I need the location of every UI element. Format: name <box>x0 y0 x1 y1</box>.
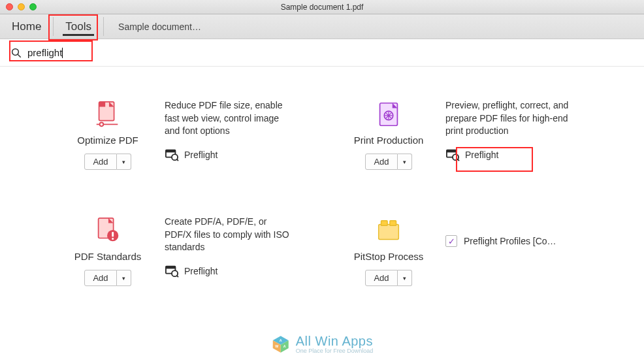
svg-text:A: A <box>280 338 282 342</box>
watermark-text: All Win Apps <box>296 334 374 349</box>
tool-print-production: Print Production Add ▾ Preview, prefligh… <box>346 99 575 170</box>
svg-rect-21 <box>166 267 176 269</box>
svg-rect-18 <box>112 232 114 237</box>
svg-rect-26 <box>390 221 396 226</box>
print-production-icon[interactable] <box>374 99 404 129</box>
svg-text:W: W <box>275 344 278 348</box>
cube-icon: A W A <box>271 334 291 354</box>
titlebar: Sample document 1.pdf <box>0 0 644 14</box>
svg-rect-7 <box>166 150 176 153</box>
add-dropdown-button[interactable]: ▾ <box>398 270 412 286</box>
preflight-link[interactable]: Preflight <box>165 265 294 278</box>
tab-home[interactable]: Home <box>0 14 53 39</box>
text-cursor-icon <box>62 48 63 58</box>
tool-right: Preview, preflight, correct, and prepare… <box>445 99 575 170</box>
watermark: A W A All Win Apps One Place for Free Do… <box>271 334 374 354</box>
add-dropdown-button[interactable]: ▾ <box>117 270 131 286</box>
add-button[interactable]: Add <box>84 154 116 170</box>
preflight-link[interactable]: Preflight <box>445 148 575 161</box>
tool-pitstop-process: PitStop Process Add ▾ ✓ Preflight Profil… <box>346 216 575 286</box>
add-button[interactable]: Add <box>365 270 397 286</box>
preflight-icon <box>445 148 460 161</box>
preflight-label: Preflight <box>184 150 217 160</box>
tab-document[interactable]: Sample document… <box>104 14 216 39</box>
optimize-pdf-icon[interactable] <box>93 99 123 129</box>
add-dropdown-button[interactable]: ▾ <box>398 154 412 170</box>
svg-point-0 <box>12 48 19 55</box>
window-title: Sample document 1.pdf <box>0 3 644 12</box>
svg-line-23 <box>176 275 178 277</box>
tool-left: PDF Standards Add ▾ <box>65 216 150 286</box>
search-icon <box>10 47 22 59</box>
add-button-group: Add ▾ <box>365 270 411 286</box>
svg-line-15 <box>457 159 459 161</box>
preflight-label: Preflight <box>184 266 217 276</box>
tool-left: Print Production Add ▾ <box>346 99 431 170</box>
tool-right: ✓ Preflight Profiles [Co… <box>445 216 575 286</box>
add-button-group: Add ▾ <box>365 154 411 170</box>
tool-left: Optimize PDF Add ▾ <box>65 99 150 170</box>
main-toolbar: Home Tools Sample document… <box>0 14 644 39</box>
svg-rect-24 <box>379 224 399 239</box>
add-button[interactable]: Add <box>365 154 397 170</box>
watermark-subtext: One Place for Free Download <box>296 348 374 354</box>
add-button[interactable]: Add <box>84 270 116 286</box>
tab-document-label: Sample document… <box>118 22 201 32</box>
tool-title: Print Production <box>346 135 431 146</box>
add-dropdown-button[interactable]: ▾ <box>117 154 131 170</box>
tool-description: Reduce PDF file size, enable fast web vi… <box>165 99 294 138</box>
preflight-profiles-link[interactable]: ✓ Preflight Profiles [Co… <box>445 235 575 247</box>
preflight-label: Preflight <box>465 150 498 160</box>
svg-rect-3 <box>99 102 106 107</box>
preflight-icon <box>165 265 179 278</box>
svg-line-1 <box>18 54 21 57</box>
preflight-link[interactable]: Preflight <box>165 148 294 161</box>
tool-description: Preview, preflight, correct, and prepare… <box>445 99 575 138</box>
tab-tools-label: Tools <box>65 20 91 33</box>
search-bar: preflight <box>0 39 644 67</box>
tool-right: Reduce PDF file size, enable fast web vi… <box>165 99 294 170</box>
tool-title: Optimize PDF <box>65 135 150 146</box>
svg-rect-13 <box>447 150 457 153</box>
add-button-group: Add ▾ <box>84 154 131 170</box>
tool-left: PitStop Process Add ▾ <box>346 216 431 286</box>
svg-line-9 <box>176 159 178 161</box>
tool-optimize-pdf: Optimize PDF Add ▾ Reduce PDF file size,… <box>65 99 294 170</box>
tab-underline <box>63 34 94 36</box>
tool-title: PDF Standards <box>65 251 150 262</box>
svg-rect-25 <box>381 221 388 226</box>
svg-point-5 <box>100 122 104 126</box>
search-value[interactable]: preflight <box>27 47 62 58</box>
tab-tools[interactable]: Tools <box>54 14 103 39</box>
preflight-profiles-label: Preflight Profiles [Co… <box>464 236 556 246</box>
tool-right: Create PDF/A, PDF/E, or PDF/X files to c… <box>165 216 294 286</box>
tab-home-label: Home <box>12 20 41 33</box>
pitstop-process-icon[interactable] <box>374 216 404 246</box>
tools-grid: Optimize PDF Add ▾ Reduce PDF file size,… <box>0 67 644 299</box>
tool-description: Create PDF/A, PDF/E, or PDF/X files to c… <box>165 216 294 254</box>
tool-pdf-standards: PDF Standards Add ▾ Create PDF/A, PDF/E,… <box>65 216 294 286</box>
svg-point-19 <box>112 238 114 240</box>
svg-text:A: A <box>283 344 286 348</box>
add-button-group: Add ▾ <box>84 270 131 286</box>
pdf-standards-icon[interactable] <box>93 216 123 246</box>
preflight-icon <box>165 148 179 161</box>
tool-title: PitStop Process <box>346 251 431 262</box>
watermark-text-wrap: All Win Apps One Place for Free Download <box>296 334 374 354</box>
check-glyph: ✓ <box>448 236 455 246</box>
checkbox-checked-icon: ✓ <box>445 235 457 247</box>
